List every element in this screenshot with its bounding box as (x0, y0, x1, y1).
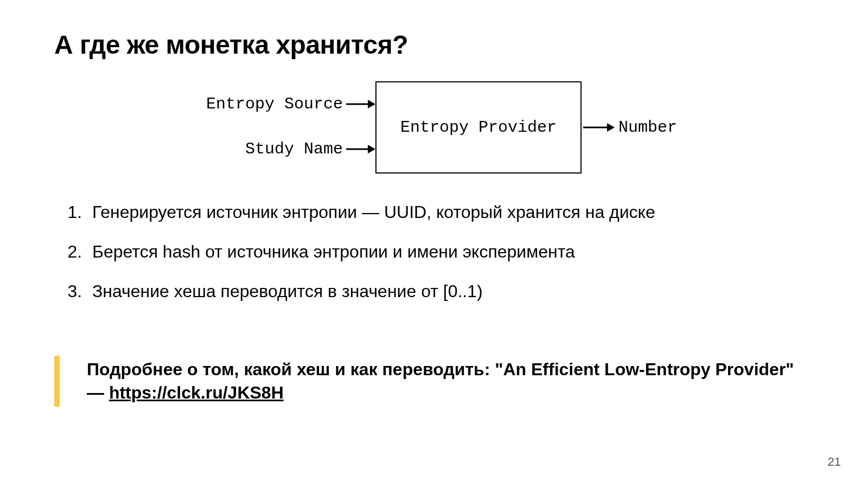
diagram-input-study-name: Study Name (179, 140, 343, 158)
steps-list: Генерируется источник энтропии — UUID, к… (54, 201, 814, 304)
list-item: Берется hash от источника энтропии и име… (87, 240, 814, 264)
slide: А где же монетка хранится? Entropy Sourc… (0, 0, 868, 488)
diagram-box-entropy-provider: Entropy Provider (375, 81, 582, 174)
reference-callout: Подробнее о том, какой хеш и как перевод… (54, 356, 814, 407)
arrow-icon (346, 99, 375, 110)
arrow-icon (583, 122, 615, 133)
list-item: Значение хеша переводится в значение от … (87, 280, 814, 303)
svg-marker-3 (368, 145, 375, 153)
diagram-input-entropy-source: Entropy Source (179, 95, 343, 113)
callout-link[interactable]: https://clck.ru/JKS8H (109, 383, 284, 402)
entropy-diagram: Entropy Source Study Name Entropy Provid… (163, 81, 705, 184)
diagram-box-label: Entropy Provider (400, 118, 557, 137)
svg-marker-1 (368, 100, 375, 108)
diagram-output-number: Number (618, 118, 677, 137)
list-item: Генерируется источник энтропии — UUID, к… (87, 201, 814, 224)
page-number: 21 (828, 455, 841, 469)
svg-marker-5 (607, 123, 615, 132)
arrow-icon (346, 144, 375, 155)
slide-title: А где же монетка хранится? (54, 30, 814, 60)
